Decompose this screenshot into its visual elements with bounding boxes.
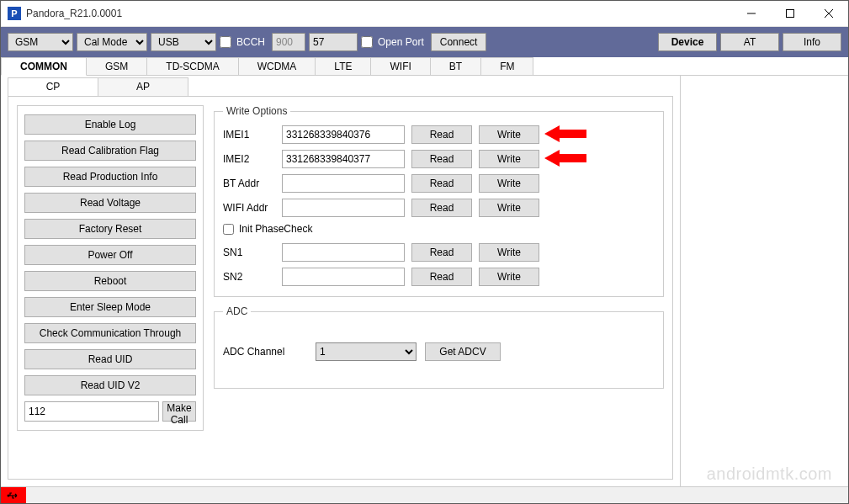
read-uid-button[interactable]: Read UID: [24, 349, 196, 369]
mode2-select[interactable]: Cal Mode: [77, 33, 147, 51]
bcch-checkbox[interactable]: [220, 36, 231, 48]
openport-checkbox[interactable]: [361, 36, 373, 48]
btaddr-label: BT Addr: [223, 178, 275, 189]
tab-common[interactable]: COMMON: [1, 57, 87, 76]
svg-marker-4: [544, 125, 586, 142]
enable-log-button[interactable]: Enable Log: [24, 114, 196, 135]
wifiaddr-input[interactable]: [282, 199, 405, 217]
sn1-label: SN1: [223, 247, 275, 258]
connect-button[interactable]: Connect: [431, 33, 487, 51]
statusbar: [1, 486, 848, 503]
toolbar: GSM Cal Mode USB BCCH Open Port Connect …: [1, 27, 848, 57]
wifiaddr-read-button[interactable]: Read: [411, 199, 472, 217]
factory-reset-button[interactable]: Factory Reset: [24, 219, 196, 239]
imei2-write-button[interactable]: Write: [479, 150, 539, 168]
imei1-write-button[interactable]: Write: [479, 125, 539, 144]
tab-gsm[interactable]: GSM: [86, 57, 147, 75]
wifiaddr-label: WIFI Addr: [223, 202, 275, 214]
arrow-annotation-icon: [544, 148, 586, 168]
maximize-button[interactable]: [771, 1, 809, 26]
imei1-read-button[interactable]: Read: [411, 125, 472, 144]
enter-sleep-mode-button[interactable]: Enter Sleep Mode: [24, 297, 196, 317]
sn1-read-button[interactable]: Read: [411, 243, 472, 262]
window-title: Pandora_R21.0.0001: [26, 8, 732, 19]
btaddr-input[interactable]: [282, 174, 405, 193]
sn2-write-button[interactable]: Write: [479, 268, 539, 286]
adc-group: ADC ADC Channel 1 Get ADCV: [214, 305, 664, 389]
tab-wcdma[interactable]: WCDMA: [238, 57, 316, 75]
sub-tabs: CP AP: [8, 77, 680, 96]
init-phasecheck-checkbox[interactable]: [223, 224, 234, 235]
sn1-write-button[interactable]: Write: [479, 243, 539, 262]
imei1-label: IMEI1: [223, 129, 275, 141]
adc-legend: ADC: [223, 305, 251, 317]
tab-lte[interactable]: LTE: [315, 57, 371, 75]
make-call-button[interactable]: Make Call: [162, 401, 196, 422]
phone-number-input[interactable]: [24, 401, 159, 422]
close-button[interactable]: [809, 1, 848, 26]
btaddr-write-button[interactable]: Write: [479, 174, 539, 193]
tab-wifi[interactable]: WIFI: [370, 57, 430, 75]
write-options-group: Write Options IMEI1 Read Write IMEI2: [214, 105, 664, 297]
bcch-channel-input[interactable]: [309, 33, 358, 51]
bcch-label: BCCH: [236, 36, 265, 48]
sn2-input[interactable]: [282, 268, 405, 286]
minimize-button[interactable]: [732, 1, 771, 26]
arrow-annotation-icon: [544, 124, 586, 144]
reboot-button[interactable]: Reboot: [24, 271, 196, 291]
usb-status-icon: [1, 487, 26, 503]
check-communication-button[interactable]: Check Communication Through: [24, 323, 196, 343]
svg-point-6: [8, 494, 10, 496]
read-uid-v2-button[interactable]: Read UID V2: [24, 375, 196, 395]
adc-channel-select[interactable]: 1: [316, 342, 417, 361]
imei2-read-button[interactable]: Read: [411, 150, 472, 168]
sn2-read-button[interactable]: Read: [411, 268, 472, 286]
btaddr-read-button[interactable]: Read: [411, 174, 472, 193]
app-icon: P: [8, 7, 21, 20]
imei2-input[interactable]: [282, 150, 405, 168]
device-button[interactable]: Device: [658, 33, 717, 51]
tab-bt[interactable]: BT: [430, 57, 481, 75]
read-calibration-flag-button[interactable]: Read Calibration Flag: [24, 141, 196, 161]
bcch-freq-input[interactable]: [272, 33, 305, 51]
action-buttons-panel: Enable Log Read Calibration Flag Read Pr…: [17, 105, 204, 431]
log-panel: [681, 76, 848, 486]
subtab-cp[interactable]: CP: [8, 77, 98, 96]
sn2-label: SN2: [223, 271, 275, 283]
main-tabs: COMMON GSM TD-SCDMA WCDMA LTE WIFI BT FM: [1, 57, 848, 76]
connection-select[interactable]: USB: [151, 33, 216, 51]
sn1-input[interactable]: [282, 243, 405, 262]
tab-fm[interactable]: FM: [480, 57, 533, 75]
svg-rect-1: [787, 10, 794, 18]
titlebar: P Pandora_R21.0.0001: [1, 1, 848, 27]
adc-channel-label: ADC Channel: [223, 346, 307, 358]
subtab-ap[interactable]: AP: [98, 77, 188, 96]
mode1-select[interactable]: GSM: [8, 33, 73, 51]
info-button[interactable]: Info: [783, 33, 841, 51]
write-options-legend: Write Options: [223, 105, 290, 117]
read-voltage-button[interactable]: Read Voltage: [24, 193, 196, 213]
init-phasecheck-label: Init PhaseCheck: [239, 223, 312, 235]
imei1-input[interactable]: [282, 125, 405, 144]
read-production-info-button[interactable]: Read Production Info: [24, 167, 196, 187]
svg-marker-5: [544, 150, 586, 167]
imei2-label: IMEI2: [223, 153, 275, 165]
get-adcv-button[interactable]: Get ADCV: [425, 342, 501, 361]
openport-label: Open Port: [378, 36, 424, 48]
at-button[interactable]: AT: [720, 33, 779, 51]
tab-tdscdma[interactable]: TD-SCDMA: [146, 57, 238, 75]
power-off-button[interactable]: Power Off: [24, 245, 196, 265]
wifiaddr-write-button[interactable]: Write: [479, 199, 539, 217]
